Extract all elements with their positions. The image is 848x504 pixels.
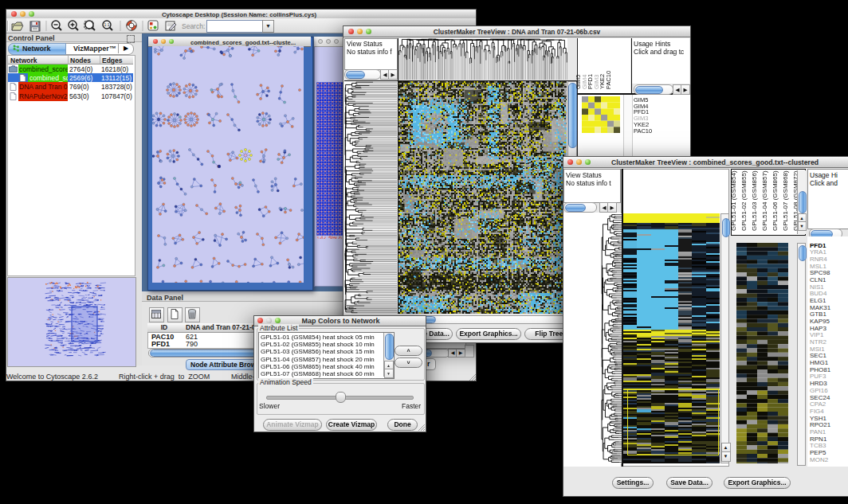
svg-text:1:1: 1:1 — [104, 22, 110, 27]
